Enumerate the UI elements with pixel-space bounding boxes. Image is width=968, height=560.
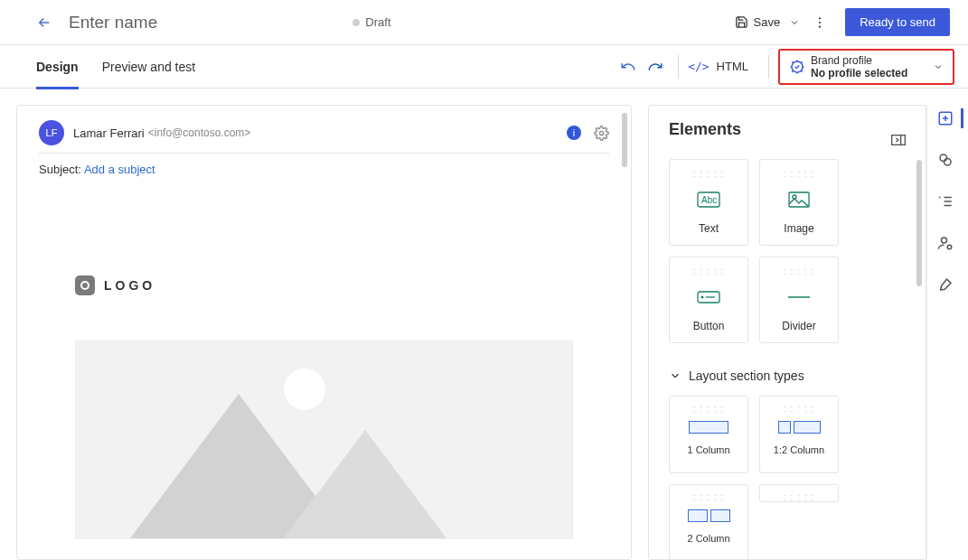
scrollbar[interactable] <box>622 113 627 167</box>
element-label: Button <box>693 320 725 332</box>
sender-avatar: LF <box>39 120 64 145</box>
side-rail: * <box>926 105 963 560</box>
layout-label: 1 Column <box>687 444 729 455</box>
svg-point-4 <box>599 131 603 135</box>
undo-button[interactable] <box>615 59 642 75</box>
chevron-down-icon <box>789 17 800 28</box>
element-button[interactable]: : : : : : Button <box>669 257 748 343</box>
workspace: LF Lamar Ferrari <info@contoso.com> i Su… <box>0 89 968 560</box>
chevron-down-icon <box>669 369 681 382</box>
tab-design[interactable]: Design <box>36 60 79 89</box>
element-divider[interactable]: : : : : : Divider <box>759 257 839 343</box>
html-toggle[interactable]: </> HTML <box>688 60 748 73</box>
layout-1-2col[interactable]: : : : : : 1:2 Column <box>759 396 839 473</box>
email-canvas[interactable]: LF Lamar Ferrari <info@contoso.com> i Su… <box>16 105 632 560</box>
subject-link: Add a subject <box>84 163 155 176</box>
brand-gear-icon <box>789 59 805 75</box>
element-label: Text <box>699 222 719 235</box>
mail-header: LF Lamar Ferrari <info@contoso.com> i <box>39 120 609 154</box>
save-icon <box>735 15 748 29</box>
element-text[interactable]: : : : : : Abc Text <box>669 159 748 246</box>
layout-grid: : : : : : 1 Column : : : : : 1:2 Column … <box>669 396 906 560</box>
rail-personalize[interactable] <box>935 233 955 253</box>
right-panel: Elements : : : : : Abc Text : : : : : <box>634 89 968 560</box>
drag-handle-icon: : : : : : <box>784 266 814 276</box>
subject-row[interactable]: Subject: Add a subject <box>39 163 609 176</box>
logo-text: LOGO <box>104 278 155 293</box>
redo-button[interactable] <box>642 59 669 75</box>
element-label: Divider <box>782 320 815 332</box>
tab-preview[interactable]: Preview and test <box>102 60 196 89</box>
drag-handle-icon: : : : : : <box>784 492 814 502</box>
subject-label: Subject: <box>39 163 81 176</box>
divider-icon <box>788 287 810 307</box>
collapse-panel-icon[interactable] <box>891 135 906 145</box>
layout-label: 1:2 Column <box>774 444 824 455</box>
info-icon[interactable]: i <box>567 126 581 140</box>
more-menu[interactable] <box>813 15 827 30</box>
layout-section-header[interactable]: Layout section types <box>669 369 906 383</box>
person-gear-icon <box>937 235 954 251</box>
svg-text:Abc: Abc <box>701 195 717 205</box>
status-dot <box>352 19 360 26</box>
rail-brush[interactable] <box>935 275 955 294</box>
brush-icon <box>937 276 954 293</box>
svg-point-18 <box>940 154 947 162</box>
save-menu-chevron[interactable] <box>789 17 800 28</box>
back-icon[interactable] <box>36 14 52 31</box>
image-placeholder[interactable] <box>75 341 573 539</box>
scrollbar[interactable] <box>916 160 922 286</box>
svg-point-2 <box>819 25 821 27</box>
drag-handle-icon: : : : : : <box>693 169 724 179</box>
page-title[interactable]: Enter name <box>69 13 352 33</box>
sender-email: <info@contoso.com> <box>148 126 251 139</box>
brand-profile-dropdown[interactable]: Brand profile No profile selected <box>778 49 954 85</box>
image-icon <box>788 190 810 210</box>
svg-point-25 <box>947 245 952 249</box>
button-icon <box>697 287 720 307</box>
svg-point-1 <box>819 21 821 23</box>
rail-elements[interactable] <box>935 108 955 128</box>
drag-handle-icon: : : : : : <box>784 169 814 179</box>
canvas-area: LF Lamar Ferrari <info@contoso.com> i Su… <box>0 89 634 560</box>
layout-card[interactable]: : : : : : <box>759 484 839 502</box>
add-square-icon <box>937 110 954 126</box>
chevron-down-icon <box>933 61 944 72</box>
save-label: Save <box>754 15 781 29</box>
drag-handle-icon: : : : : : <box>693 492 724 502</box>
drag-handle-icon: : : : : : <box>784 404 814 414</box>
save-button[interactable]: Save <box>735 15 781 29</box>
more-icon <box>813 15 827 30</box>
rail-text[interactable]: * <box>935 191 955 211</box>
rail-themes[interactable] <box>935 150 955 170</box>
layout-section-label: Layout section types <box>689 369 804 383</box>
undo-icon <box>620 59 636 75</box>
list-icon: * <box>937 193 954 210</box>
settings-icon[interactable] <box>594 126 609 141</box>
svg-text:*: * <box>938 195 941 201</box>
svg-point-24 <box>941 238 946 243</box>
layout-2col[interactable]: : : : : : 2 Column <box>669 484 748 560</box>
svg-point-0 <box>819 17 821 19</box>
separator <box>678 55 679 79</box>
circles-icon <box>937 152 954 168</box>
svg-point-12 <box>701 296 704 299</box>
logo-block[interactable]: LOGO <box>75 275 609 295</box>
separator <box>768 55 769 79</box>
logo-icon <box>75 275 95 295</box>
ready-to-send-button[interactable]: Ready to send <box>845 8 950 36</box>
drag-handle-icon: : : : : : <box>693 404 724 414</box>
brand-line1: Brand profile <box>811 54 907 67</box>
panel-title: Elements <box>669 120 741 139</box>
element-image[interactable]: : : : : : Image <box>759 159 839 246</box>
elements-grid: : : : : : Abc Text : : : : : Image : : :… <box>669 159 906 343</box>
status-label: Draft <box>365 15 390 29</box>
code-icon: </> <box>688 60 709 73</box>
redo-icon <box>647 59 663 75</box>
tab-bar: Design Preview and test </> HTML Brand p… <box>0 45 968 89</box>
svg-point-19 <box>944 159 951 166</box>
layout-1col[interactable]: : : : : : 1 Column <box>669 396 748 473</box>
drag-handle-icon: : : : : : <box>693 266 724 276</box>
top-bar: Enter name Draft Save Ready to send <box>0 0 968 45</box>
element-label: Image <box>784 222 813 235</box>
